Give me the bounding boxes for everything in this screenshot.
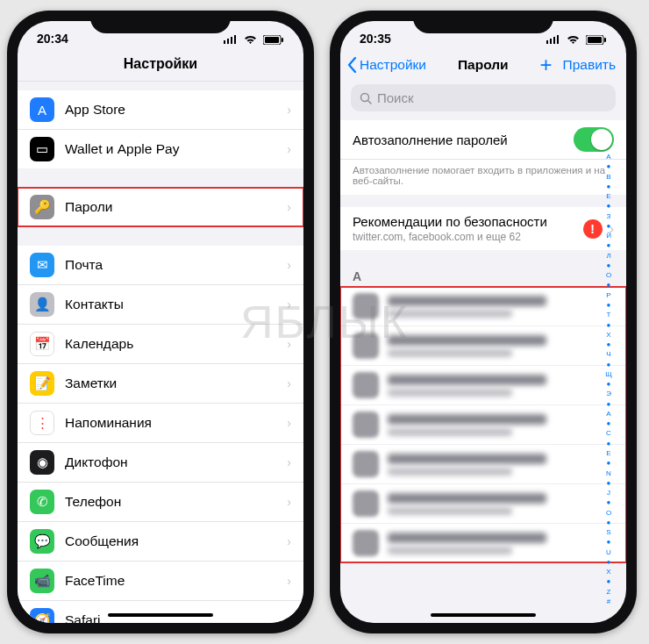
index-char[interactable]: Ч [603, 350, 614, 358]
index-char[interactable]: ● [603, 380, 614, 388]
passwords-screen: 20:35 Настройки Пароли + Править Поиск [340, 21, 626, 623]
password-row[interactable] [340, 444, 626, 483]
home-indicator[interactable] [108, 613, 213, 617]
password-row[interactable] [340, 404, 626, 444]
index-char[interactable]: ● [603, 281, 614, 289]
index-char[interactable]: E [603, 449, 614, 457]
index-char[interactable]: Р [603, 291, 614, 299]
settings-row-notes[interactable]: 📝Заметки› [18, 363, 303, 403]
home-indicator[interactable] [431, 613, 536, 617]
index-char[interactable]: Э [603, 390, 614, 397]
index-char[interactable]: ● [603, 538, 614, 546]
index-char[interactable]: ● [603, 321, 614, 329]
add-button[interactable]: + [540, 54, 553, 75]
back-button[interactable]: Настройки [347, 57, 426, 73]
settings-row-facetime[interactable]: 📹FaceTime› [18, 561, 303, 600]
row-label: Заметки [65, 376, 287, 391]
password-row[interactable] [340, 483, 626, 523]
index-char[interactable]: ● [603, 301, 614, 309]
site-icon [353, 451, 379, 477]
svg-line-15 [368, 101, 371, 104]
settings-row-safari[interactable]: 🧭Safari› [18, 600, 303, 623]
alphabet-index[interactable]: А●В●Е●З●Й●Л●О●Р●Т●Х●Ч●Щ●Э●A●C●E●N●J●O●S●… [603, 153, 614, 605]
index-char[interactable]: ● [603, 400, 614, 408]
settings-row-wallet[interactable]: ▭Wallet и Apple Pay› [18, 129, 303, 168]
index-char[interactable]: ● [603, 577, 614, 585]
settings-row-appstore[interactable]: AApp Store› [18, 90, 303, 129]
index-char[interactable]: О [603, 271, 614, 279]
settings-row-phone[interactable]: ✆Телефон› [18, 482, 303, 521]
search-icon [360, 92, 372, 104]
index-char[interactable]: X [603, 568, 614, 576]
index-char[interactable]: Е [603, 192, 614, 200]
index-char[interactable]: U [603, 548, 614, 556]
index-char[interactable]: J [603, 489, 614, 497]
security-recommendations-row[interactable]: Рекомендации по безопасности twitter.com… [340, 207, 626, 250]
index-char[interactable]: Т [603, 311, 614, 318]
index-char[interactable]: Л [603, 252, 614, 260]
site-account [388, 428, 512, 436]
index-char[interactable]: ● [603, 519, 614, 526]
index-char[interactable]: ● [603, 440, 614, 447]
chevron-right-icon: › [287, 142, 291, 156]
index-char[interactable]: ● [603, 419, 614, 427]
index-char[interactable]: А [603, 153, 614, 161]
index-char[interactable]: ● [603, 340, 614, 348]
index-char[interactable]: Щ [603, 370, 614, 378]
chevron-right-icon: › [287, 200, 291, 214]
settings-row-mail[interactable]: ✉Почта› [18, 246, 303, 284]
wifi-icon [567, 35, 580, 45]
index-char[interactable]: ● [603, 202, 614, 210]
site-name [388, 296, 546, 306]
password-row[interactable] [340, 326, 626, 365]
index-char[interactable]: Х [603, 331, 614, 339]
site-icon [353, 490, 379, 517]
index-char[interactable]: Й [603, 232, 614, 240]
site-name [388, 454, 546, 464]
chevron-right-icon: › [287, 534, 291, 548]
index-char[interactable]: # [603, 597, 614, 605]
chevron-right-icon: › [287, 613, 291, 623]
index-char[interactable]: ● [603, 498, 614, 506]
battery-icon [586, 35, 607, 45]
autofill-toggle-row[interactable]: Автозаполнение паролей [340, 120, 626, 159]
svg-rect-5 [265, 37, 279, 43]
index-char[interactable]: ● [603, 241, 614, 249]
index-char[interactable]: N [603, 469, 614, 477]
index-char[interactable]: ● [603, 361, 614, 369]
autofill-toggle[interactable] [574, 127, 614, 152]
index-char[interactable]: Z [603, 588, 614, 596]
index-char[interactable]: ● [603, 182, 614, 190]
index-char[interactable]: ● [603, 222, 614, 230]
chevron-right-icon: › [287, 495, 291, 509]
password-row[interactable] [340, 523, 626, 562]
index-char[interactable]: З [603, 212, 614, 220]
row-label: Диктофон [65, 454, 287, 470]
index-char[interactable]: ● [603, 459, 614, 467]
site-icon [353, 333, 379, 359]
index-char[interactable]: C [603, 429, 614, 437]
index-char[interactable]: В [603, 173, 614, 181]
site-name [388, 375, 546, 385]
status-indicators [544, 32, 607, 46]
svg-rect-2 [231, 37, 232, 44]
notch [90, 11, 231, 33]
settings-row-voice-memos[interactable]: ◉Диктофон› [18, 442, 303, 482]
settings-row-contacts[interactable]: 👤Контакты› [18, 284, 303, 324]
search-input[interactable]: Поиск [351, 84, 616, 111]
index-char[interactable]: ● [603, 558, 614, 566]
svg-rect-7 [546, 40, 548, 44]
index-char[interactable]: S [603, 528, 614, 536]
settings-row-reminders[interactable]: ⋮Напоминания› [18, 403, 303, 442]
index-char[interactable]: ● [603, 479, 614, 487]
index-char[interactable]: ● [603, 261, 614, 269]
index-char[interactable]: O [603, 509, 614, 517]
edit-button[interactable]: Править [563, 57, 616, 73]
password-row[interactable] [340, 287, 626, 326]
settings-row-key[interactable]: 🔑Пароли› [18, 188, 303, 226]
index-char[interactable]: ● [603, 162, 614, 170]
password-row[interactable] [340, 365, 626, 404]
settings-row-messages[interactable]: 💬Сообщения› [18, 521, 303, 561]
settings-row-calendar[interactable]: 📅Календарь› [18, 324, 303, 363]
index-char[interactable]: A [603, 410, 614, 418]
